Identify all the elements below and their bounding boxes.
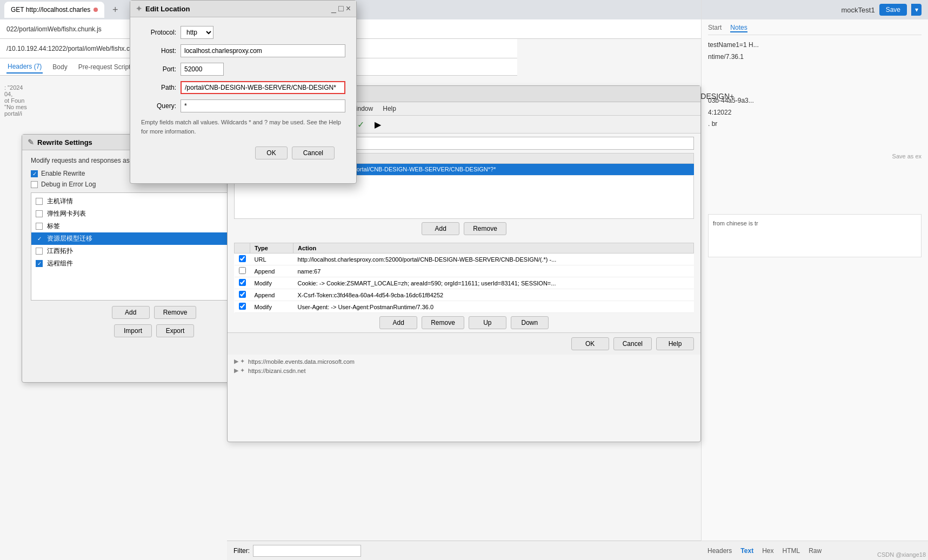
right-info-port: 4:12022	[708, 107, 731, 119]
right-info-runtime: ntime/7.36.1	[708, 51, 744, 63]
edit-location-close[interactable]: ×	[346, 4, 351, 14]
filter-input[interactable]	[253, 545, 361, 557]
list-item-4-checkbox[interactable]	[36, 248, 43, 255]
edit-location-ok-button[interactable]: OK	[255, 146, 287, 159]
port-label: Port:	[141, 65, 176, 73]
protocol-select[interactable]: http https	[181, 26, 213, 39]
edit-location-dialog: ✦ Edit Location _ □ × Protocol: http htt…	[130, 0, 357, 184]
location-btn-row: Add Remove	[228, 219, 700, 238]
list-item-3-label: 资源层模型迁移	[47, 234, 92, 243]
action-add-button[interactable]: Add	[379, 316, 417, 329]
url-text-0: https://mobile.events.data.microsoft.com	[248, 358, 355, 365]
rewrite-icon: ✎	[28, 138, 34, 146]
action-1-checkbox[interactable]	[239, 267, 246, 274]
url-text-1: https://bizani.csdn.net	[248, 368, 305, 374]
raw-text-content: from chinese is tr	[713, 220, 758, 226]
edit-location-title: Edit Location	[145, 5, 190, 13]
action-3-type: Append	[250, 289, 293, 301]
url-link-1[interactable]: ▶ ✦ https://bizani.csdn.net	[234, 366, 694, 375]
url-expand-1: ▶ ✦	[234, 367, 245, 374]
edit-location-body: Protocol: http https Host: Port: Path: Q…	[130, 17, 356, 172]
browser-tab[interactable]: GET http://localhost.charles	[4, 2, 104, 18]
list-item-0-label: 主机详情	[47, 197, 73, 206]
bottom-tab-hex[interactable]: Hex	[762, 547, 773, 555]
edit-location-footer: OK Cancel	[141, 142, 345, 164]
action-down-button[interactable]: Down	[511, 316, 549, 329]
rewrite-export-button[interactable]: Export	[156, 324, 194, 337]
list-item-0-checkbox[interactable]	[36, 198, 43, 205]
list-item-1-checkbox[interactable]	[36, 210, 43, 217]
right-tab-notes[interactable]: Notes	[730, 24, 747, 32]
action-4-checkbox[interactable]	[239, 303, 246, 310]
action-4-type: Modify	[250, 301, 293, 313]
action-row-4[interactable]: Modify User-Agent: -> User-Agent:Postman…	[235, 301, 694, 313]
debug-error-log-checkbox[interactable]	[31, 181, 38, 188]
tab-pre-request[interactable]: Pre-request Script	[77, 61, 132, 73]
action-type-col: Type	[250, 243, 293, 254]
save-dropdown-button[interactable]: ▾	[911, 4, 922, 16]
action-up-button[interactable]: Up	[469, 316, 506, 329]
query-input[interactable]	[181, 99, 345, 112]
browser-tab-label: GET http://localhost.charles	[11, 6, 90, 14]
rewrite-add-button[interactable]: Add	[112, 306, 150, 319]
action-0-type: URL	[250, 254, 293, 265]
list-item-3-checkbox[interactable]	[36, 235, 43, 242]
host-label: Host:	[141, 47, 176, 55]
save-button[interactable]: Save	[879, 4, 907, 16]
action-2-type: Modify	[250, 277, 293, 289]
location-remove-button[interactable]: Remove	[464, 222, 506, 235]
action-row-0[interactable]: URL http://localhost.charlesproxy.com:52…	[235, 254, 694, 265]
host-input[interactable]	[181, 44, 345, 57]
new-tab-button[interactable]: +	[109, 3, 122, 16]
tab-headers[interactable]: Headers (7)	[6, 61, 43, 74]
list-item-5-checkbox[interactable]	[36, 260, 43, 267]
menu-help[interactable]: Help	[378, 103, 400, 114]
action-0-checkbox[interactable]	[239, 255, 246, 262]
toolbar-play[interactable]: ▶	[370, 118, 385, 131]
action-row-2[interactable]: Modify Cookie: -> Cookie:ZSMART_LOCALE=z…	[235, 277, 694, 289]
bottom-tab-text[interactable]: Text	[740, 547, 753, 555]
url-link-0[interactable]: ▶ ✦ https://mobile.events.data.microsoft…	[234, 357, 694, 366]
edit-location-hint: Empty fields match all values. Wildcards…	[141, 118, 345, 136]
rewrite-remove-button[interactable]: Remove	[154, 306, 197, 319]
bottom-tab-html[interactable]: HTML	[783, 547, 800, 555]
list-item-4-label: 江西拓扑	[47, 246, 73, 256]
tab-body[interactable]: Body	[51, 61, 68, 73]
right-info: testName1=1 H... ntime/7.36.1 03b-44a5-9…	[708, 39, 922, 130]
port-input[interactable]	[181, 63, 224, 76]
action-row-3[interactable]: Append X-Csrf-Token:c3fd48ea-60a4-4d54-9…	[235, 289, 694, 301]
action-4-value: User-Agent: -> User-Agent:PostmanRuntime…	[293, 301, 694, 313]
address-text-2: /10.10.192.44:12022/portal/iomWeb/fishx.…	[6, 45, 150, 52]
action-check-col	[235, 243, 250, 254]
action-3-value: X-Csrf-Token:c3fd48ea-60a4-4d54-9cba-16d…	[293, 289, 694, 301]
list-item-2-checkbox[interactable]	[36, 223, 43, 230]
action-row-1[interactable]: Append name:67	[235, 265, 694, 277]
charles-cancel-button[interactable]: Cancel	[613, 337, 652, 350]
bottom-tab-headers[interactable]: Headers	[707, 547, 732, 555]
action-3-checkbox[interactable]	[239, 291, 246, 298]
edit-location-minimize[interactable]: _	[331, 4, 336, 14]
edit-location-cancel-button[interactable]: Cancel	[292, 146, 335, 159]
right-tab-start[interactable]: Start	[708, 24, 722, 32]
path-label: Path:	[141, 84, 176, 91]
filter-row: Filter:	[233, 545, 361, 557]
protocol-label: Protocol:	[141, 29, 176, 36]
edit-location-maximize[interactable]: □	[338, 4, 344, 14]
charles-help-button[interactable]: Help	[656, 337, 694, 350]
action-1-type: Append	[250, 265, 293, 277]
host-row: Host:	[141, 44, 345, 57]
csdn-watermark: CSDN @xiange18	[877, 551, 926, 558]
charles-ok-button[interactable]: OK	[571, 337, 609, 350]
debug-error-log-label: Debug in Error Log	[41, 181, 96, 188]
path-input[interactable]	[181, 81, 345, 94]
enable-rewrite-checkbox[interactable]	[31, 170, 38, 177]
location-add-button[interactable]: Add	[422, 222, 459, 235]
address-text-1: 022/portal/iomWeb/fishx.chunk.js	[6, 25, 102, 33]
action-btn-row: Add Remove Up Down	[228, 313, 700, 332]
right-info-br: . br	[708, 118, 717, 130]
bottom-tab-raw[interactable]: Raw	[809, 547, 822, 555]
action-remove-button[interactable]: Remove	[422, 316, 464, 329]
action-2-checkbox[interactable]	[239, 279, 246, 286]
rewrite-import-button[interactable]: Import	[114, 324, 152, 337]
query-label: Query:	[141, 102, 176, 110]
